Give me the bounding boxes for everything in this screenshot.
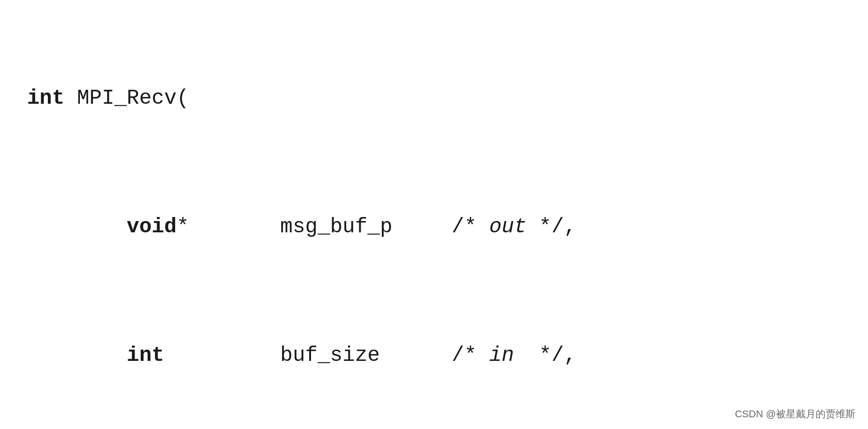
name-buf-size: buf_size: [280, 340, 452, 372]
function-signature: int MPI_Recv(: [27, 83, 841, 115]
name-msg-buf-p: msg_buf_p: [280, 211, 452, 243]
comment-1: /* out */,: [452, 211, 576, 243]
code-container: int MPI_Recv( void* msg_buf_p /* out */,…: [0, 0, 868, 429]
int-keyword: int: [27, 87, 65, 110]
code-block: int MPI_Recv( void* msg_buf_p /* out */,…: [27, 18, 841, 429]
comment-2: /* in */,: [452, 340, 576, 372]
type-void: void*: [127, 211, 280, 243]
param-row-1: void* msg_buf_p /* out */,: [27, 211, 841, 243]
type-int-1: int: [127, 340, 280, 372]
watermark: CSDN @被星戴月的贾维斯: [735, 407, 855, 421]
param-row-2: int buf_size /* in */,: [27, 340, 841, 372]
